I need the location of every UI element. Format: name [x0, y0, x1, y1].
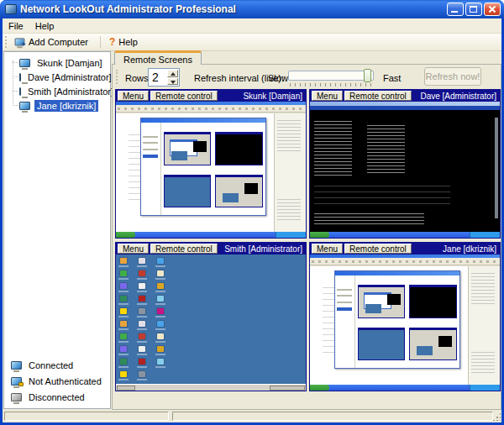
legend-not-authenticated: Not Authenticated — [4, 373, 110, 389]
remote-control-button[interactable]: Remote control — [344, 244, 412, 254]
add-computer-button[interactable]: + Add Computer — [11, 35, 95, 49]
controls-gripper — [116, 70, 118, 84]
help-button[interactable]: ? Help — [106, 34, 144, 50]
disconnected-monitor-icon — [11, 393, 22, 401]
title-bar: Network LookOut Administrator Profession… — [0, 0, 504, 18]
screen-thumbnail-smith[interactable] — [116, 254, 306, 391]
tree-item-jane[interactable]: Jane [dkriznik] — [4, 98, 110, 113]
screen-computer-name: Jane [dkriznik] — [412, 244, 500, 254]
legend-connected: Connected — [4, 357, 110, 373]
tree-item-dave[interactable]: Dave [Administrator] — [4, 70, 110, 84]
fast-label: Fast — [383, 73, 401, 83]
remote-screen-smith: Menu Remote control Smith [Administrator… — [115, 242, 307, 391]
refresh-now-button[interactable]: Refresh now! — [424, 67, 481, 86]
status-legend: Connected Not Authenticated Disconnected — [4, 357, 110, 405]
screen-menu-button[interactable]: Menu — [118, 91, 149, 101]
start-button-icon — [310, 232, 329, 238]
screen-computer-name: Skunk [Damjan] — [218, 92, 306, 101]
menu-file[interactable]: File — [3, 19, 29, 33]
not-authenticated-monitor-icon — [11, 377, 22, 386]
slider-thumb[interactable] — [364, 69, 371, 82]
rows-up-button[interactable] — [167, 70, 178, 77]
remote-desktop-image — [310, 102, 500, 238]
scrollbar — [495, 118, 498, 218]
screen-header: Menu Remote control Smith [Administrator… — [116, 243, 306, 254]
legend-disconnected: Disconnected — [4, 389, 110, 405]
screen-computer-name: Smith [Administrator] — [218, 244, 306, 254]
rows-label: Rows: — [125, 73, 151, 83]
connected-monitor-icon — [11, 361, 22, 370]
remote-control-button[interactable]: Remote control — [150, 244, 218, 254]
screen-header: Menu Remote control Skunk [Damjan] — [116, 90, 306, 102]
computer-tree: Skunk [Damjan] Dave [Administrator] Smit… — [4, 52, 110, 113]
remote-screen-skunk: Menu Remote control Skunk [Damjan] — [115, 89, 307, 239]
remote-control-button[interactable]: Remote control — [150, 91, 218, 101]
remote-desktop-image — [116, 102, 306, 238]
toolbar: + Add Computer ? Help — [3, 34, 501, 51]
status-pane-left — [4, 412, 169, 421]
maximize-icon — [470, 6, 477, 13]
screen-header: Menu Remote control Jane [dkriznik] — [310, 243, 500, 254]
main-area: Remote Screens Rows: 2 Refresh interval … — [112, 50, 501, 410]
toolbar-gripper — [5, 36, 8, 48]
start-button-icon — [117, 386, 135, 391]
rows-down-button[interactable] — [167, 78, 178, 86]
minimize-button[interactable] — [447, 3, 464, 16]
screen-thumbnail-jane[interactable] — [310, 254, 500, 391]
computer-icon — [19, 73, 21, 81]
computer-icon — [19, 59, 30, 67]
screen-thumbnail-skunk[interactable] — [116, 102, 306, 238]
screen-menu-button[interactable]: Menu — [312, 91, 343, 101]
help-icon: ? — [109, 36, 115, 48]
computer-icon — [19, 87, 21, 96]
computer-list-panel: Skunk [Damjan] Dave [Administrator] Smit… — [3, 51, 111, 409]
start-button-icon — [310, 385, 329, 391]
status-bar — [3, 410, 501, 422]
tab-remote-screens[interactable]: Remote Screens — [114, 50, 202, 65]
help-label: Help — [118, 37, 138, 47]
rows-spinner[interactable]: 2 — [148, 68, 180, 87]
add-computer-icon: + — [15, 39, 25, 46]
add-computer-label: Add Computer — [29, 37, 88, 47]
app-icon — [5, 4, 17, 14]
menu-help[interactable]: Help — [29, 19, 60, 33]
start-button-icon — [116, 232, 135, 238]
computer-icon — [19, 102, 30, 110]
remote-control-button[interactable]: Remote control — [344, 91, 412, 101]
remote-screen-dave: Menu Remote control Dave [Administrator] — [309, 89, 501, 239]
minimize-icon — [451, 11, 458, 13]
tree-item-skunk[interactable]: Skunk [Damjan] — [4, 55, 110, 70]
slow-label: Slow — [268, 73, 288, 83]
remote-desktop-image — [116, 254, 306, 391]
desktop-icons — [116, 254, 306, 391]
resize-grip[interactable] — [492, 412, 501, 421]
close-button[interactable] — [484, 3, 501, 16]
refresh-interval-slider[interactable] — [288, 71, 374, 81]
rows-value: 2 — [152, 71, 159, 84]
screen-computer-name: Dave [Administrator] — [412, 92, 500, 101]
screen-menu-button[interactable]: Menu — [312, 244, 343, 254]
system-tray — [270, 386, 305, 391]
slider-ticks — [290, 83, 374, 87]
chevron-down-icon — [171, 81, 176, 84]
toolbar-separator — [100, 36, 101, 48]
app-window: Network LookOut Administrator Profession… — [0, 0, 504, 425]
menu-bar: File Help — [3, 18, 501, 34]
maximize-button[interactable] — [465, 3, 482, 16]
app-body: File Help + Add Computer ? Help Skunk [D… — [3, 18, 501, 422]
screen-header: Menu Remote control Dave [Administrator] — [310, 90, 500, 102]
tree-item-smith[interactable]: Smith [Administrator] — [4, 84, 110, 98]
lock-icon — [18, 382, 24, 386]
status-pane-right — [172, 412, 493, 421]
screen-menu-button[interactable]: Menu — [118, 244, 149, 254]
remote-desktop-image — [310, 254, 500, 391]
window-title: Network LookOut Administrator Profession… — [20, 3, 447, 15]
screen-thumbnail-dave[interactable] — [310, 102, 500, 238]
chevron-up-icon — [171, 72, 176, 76]
remote-screen-jane: Menu Remote control Jane [dkriznik] — [309, 242, 501, 391]
